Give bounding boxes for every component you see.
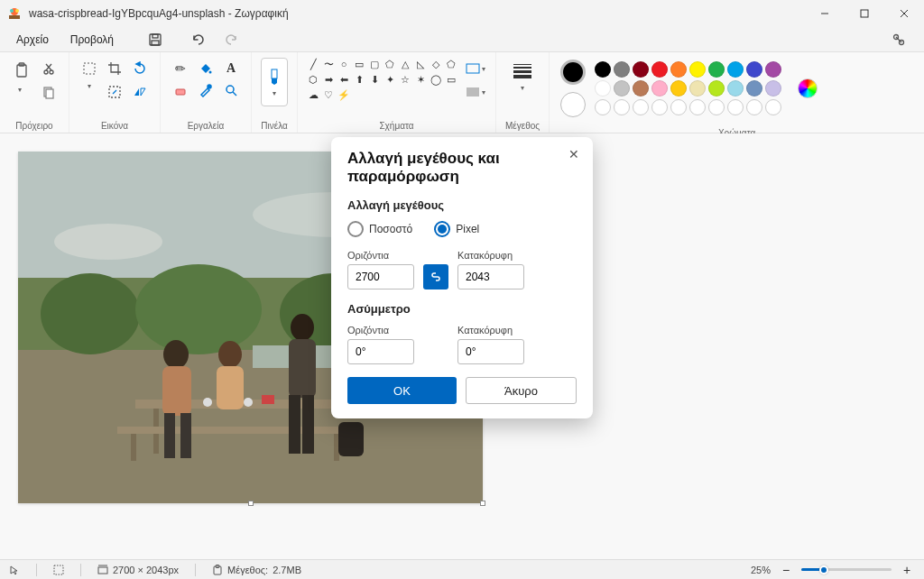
color-swatch[interactable] bbox=[633, 61, 649, 78]
close-button[interactable] bbox=[884, 0, 924, 27]
pencil-icon[interactable]: ✏ bbox=[170, 58, 191, 79]
color-swatch[interactable] bbox=[689, 61, 706, 78]
color-swatch[interactable] bbox=[614, 61, 630, 78]
color-swatch[interactable] bbox=[746, 80, 762, 96]
color-swatch[interactable] bbox=[765, 61, 781, 78]
color-swatch[interactable] bbox=[670, 80, 687, 96]
color-swatch[interactable] bbox=[708, 99, 725, 115]
horizontal-input[interactable] bbox=[347, 264, 414, 290]
color-swatch[interactable] bbox=[746, 99, 762, 115]
shape-rectcallout-icon[interactable]: ▭ bbox=[445, 73, 457, 86]
color-swatch[interactable] bbox=[651, 99, 668, 115]
shape-triangle-icon[interactable]: △ bbox=[399, 58, 411, 70]
color-swatch[interactable] bbox=[614, 99, 630, 115]
shape-line-icon[interactable]: ╱ bbox=[307, 58, 319, 70]
dialog-close-button[interactable]: ✕ bbox=[566, 146, 582, 162]
vertical-input[interactable] bbox=[457, 264, 524, 290]
color-swatch[interactable] bbox=[614, 80, 630, 96]
shape-roundrect-icon[interactable]: ▢ bbox=[368, 58, 381, 70]
undo-icon[interactable] bbox=[184, 29, 213, 51]
shape-cloudcallout-icon[interactable]: ☁ bbox=[307, 88, 319, 101]
text-icon[interactable]: A bbox=[220, 58, 242, 79]
color-swatch[interactable] bbox=[595, 61, 611, 78]
color-swatch[interactable] bbox=[595, 80, 611, 96]
zoom-out-button[interactable]: − bbox=[778, 562, 794, 578]
radio-percent[interactable]: Ποσοστό bbox=[347, 221, 412, 237]
picker-icon[interactable] bbox=[195, 79, 217, 101]
resize-icon[interactable] bbox=[104, 81, 125, 103]
zoom-slider-thumb[interactable] bbox=[819, 565, 828, 574]
color-swatch[interactable] bbox=[689, 99, 706, 115]
resize-handle-bottom[interactable] bbox=[248, 501, 254, 506]
color-swatch[interactable] bbox=[708, 61, 725, 78]
settings-icon[interactable] bbox=[884, 29, 913, 51]
shape-pentagon-icon[interactable]: ⬠ bbox=[445, 58, 457, 70]
shape-hexagon-icon[interactable]: ⬡ bbox=[307, 73, 319, 86]
color-swatch[interactable] bbox=[670, 61, 687, 78]
shape-lightning-icon[interactable]: ⚡ bbox=[337, 88, 350, 101]
color-swatch[interactable] bbox=[727, 80, 744, 96]
size-button[interactable]: ▾ bbox=[510, 58, 535, 97]
color-swatch[interactable] bbox=[651, 61, 668, 78]
eraser-icon[interactable] bbox=[170, 79, 191, 101]
shape-polygon-icon[interactable]: ⬠ bbox=[383, 58, 396, 70]
shape-diamond-icon[interactable]: ◇ bbox=[430, 58, 442, 70]
radio-pixel[interactable]: Pixel bbox=[434, 221, 479, 237]
shape-fill-icon[interactable]: ▾ bbox=[465, 81, 486, 103]
rotate-icon[interactable] bbox=[129, 58, 151, 79]
fill-icon[interactable] bbox=[195, 58, 217, 79]
resize-handle-corner[interactable] bbox=[480, 501, 485, 506]
paste-icon[interactable] bbox=[9, 58, 34, 83]
color-swatch[interactable] bbox=[595, 99, 611, 115]
color-swatch[interactable] bbox=[746, 61, 762, 78]
crop-icon[interactable] bbox=[104, 58, 125, 79]
color-swatch[interactable] bbox=[765, 80, 781, 96]
ok-button[interactable]: OK bbox=[347, 377, 457, 404]
color-swatch[interactable] bbox=[670, 99, 687, 115]
shape-uarrow-icon[interactable]: ⬆ bbox=[353, 73, 365, 86]
color-swatch[interactable] bbox=[727, 61, 744, 78]
color-swatch[interactable] bbox=[651, 80, 668, 96]
shape-star6-icon[interactable]: ✶ bbox=[414, 73, 427, 86]
copy-icon[interactable] bbox=[38, 81, 60, 103]
save-icon[interactable] bbox=[141, 29, 170, 51]
color-picker-icon[interactable] bbox=[798, 78, 818, 98]
shape-star5-icon[interactable]: ☆ bbox=[399, 73, 411, 86]
shapes-grid[interactable]: ╱ 〜 ○ ▭ ▢ ⬠ △ ◺ ◇ ⬠ ⬡ ➡ ⬅ ⬆ ⬇ ✦ ☆ ✶ ◯ ▭ bbox=[307, 58, 457, 101]
shape-rect-icon[interactable]: ▭ bbox=[353, 58, 365, 70]
color-swatch[interactable] bbox=[765, 99, 781, 115]
shape-rarrow-icon[interactable]: ➡ bbox=[322, 73, 335, 86]
zoom-slider[interactable] bbox=[801, 568, 892, 571]
cut-icon[interactable] bbox=[38, 58, 60, 79]
magnifier-icon[interactable] bbox=[220, 79, 242, 101]
brush-button[interactable]: ▾ bbox=[261, 58, 288, 106]
color-swatch[interactable] bbox=[689, 80, 706, 96]
color-swatch[interactable] bbox=[633, 99, 649, 115]
secondary-color-swatch[interactable] bbox=[560, 92, 586, 117]
menu-file[interactable]: Αρχείο bbox=[7, 30, 58, 50]
shape-roundcallout-icon[interactable]: ◯ bbox=[430, 73, 442, 86]
aspect-lock-button[interactable] bbox=[423, 264, 448, 290]
shape-star4-icon[interactable]: ✦ bbox=[383, 73, 396, 86]
shape-rtriangle-icon[interactable]: ◺ bbox=[414, 58, 427, 70]
skew-horizontal-input[interactable] bbox=[347, 339, 414, 364]
minimize-button[interactable] bbox=[805, 0, 845, 27]
skew-vertical-input[interactable] bbox=[457, 339, 524, 364]
flip-icon[interactable] bbox=[129, 81, 151, 103]
shape-darrow-icon[interactable]: ⬇ bbox=[368, 73, 381, 86]
maximize-button[interactable] bbox=[845, 0, 884, 27]
select-dropdown-icon[interactable]: ▾ bbox=[79, 81, 100, 90]
color-swatch[interactable] bbox=[727, 99, 744, 115]
shape-larrow-icon[interactable]: ⬅ bbox=[337, 73, 350, 86]
shape-outline-icon[interactable]: ▾ bbox=[465, 58, 486, 79]
menu-view[interactable]: Προβολή bbox=[61, 30, 123, 50]
primary-color-swatch[interactable] bbox=[560, 60, 586, 85]
shape-curve-icon[interactable]: 〜 bbox=[322, 58, 335, 70]
zoom-in-button[interactable]: + bbox=[899, 562, 915, 578]
shape-oval-icon[interactable]: ○ bbox=[337, 58, 350, 70]
select-icon[interactable] bbox=[79, 58, 100, 79]
cancel-button[interactable]: Άκυρο bbox=[466, 377, 577, 404]
shape-heart-icon[interactable]: ♡ bbox=[322, 88, 335, 101]
color-swatch[interactable] bbox=[708, 80, 725, 96]
color-swatch[interactable] bbox=[633, 80, 649, 96]
